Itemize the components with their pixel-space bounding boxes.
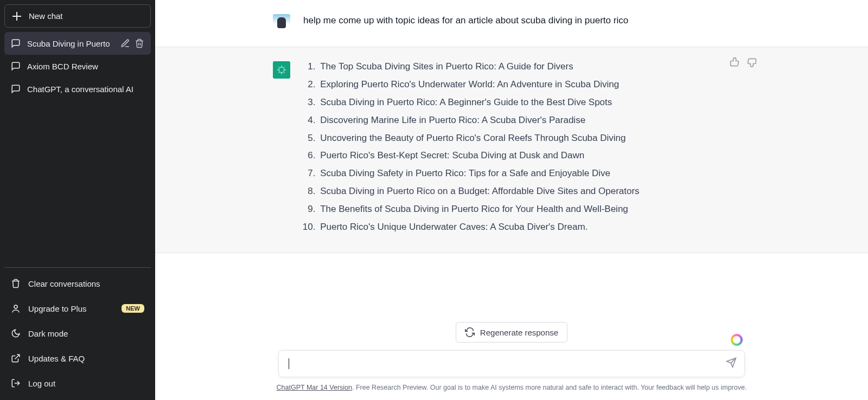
prompt-input[interactable] xyxy=(289,359,717,369)
assistant-list: The Top Scuba Diving Sites in Puerto Ric… xyxy=(303,59,750,235)
assistant-avatar xyxy=(273,61,290,79)
send-icon[interactable] xyxy=(726,357,737,370)
divider xyxy=(4,267,151,268)
moon-icon xyxy=(11,328,21,338)
message-user: help me come up with topic ideas for an … xyxy=(155,0,868,47)
footer-note: ChatGPT Mar 14 Version. Free Research Pr… xyxy=(155,384,868,391)
prompt-box[interactable] xyxy=(278,350,745,377)
feedback-actions xyxy=(730,57,757,70)
assistant-list-item: Scuba Diving in Puerto Rico on a Budget:… xyxy=(318,184,750,199)
message-assistant: The Top Scuba Diving Sites in Puerto Ric… xyxy=(155,47,868,253)
footer-version-link[interactable]: ChatGPT Mar 14 Version xyxy=(277,384,352,391)
logout-button[interactable]: Log out xyxy=(4,371,151,396)
chat-icon xyxy=(11,38,21,48)
trash-icon xyxy=(11,279,21,288)
svg-point-1 xyxy=(279,67,284,73)
new-chat-button[interactable]: New chat xyxy=(4,4,151,28)
dark-mode-label: Dark mode xyxy=(28,329,68,338)
assistant-list-item: The Benefits of Scuba Diving in Puerto R… xyxy=(318,202,750,217)
user-avatar xyxy=(273,14,290,31)
footer-text: . Free Research Preview. Our goal is to … xyxy=(352,384,746,391)
chat-list: Scuba Diving in Puerto Axiom BCD Review … xyxy=(4,32,151,264)
dark-mode-button[interactable]: Dark mode xyxy=(4,321,151,346)
sidebar-chat-item[interactable]: ChatGPT, a conversational AI xyxy=(4,78,151,100)
main: help me come up with topic ideas for an … xyxy=(155,0,868,400)
trash-icon[interactable] xyxy=(135,38,144,48)
refresh-icon xyxy=(465,327,475,337)
assistant-orb-icon[interactable] xyxy=(731,334,743,346)
user-message-text: help me come up with topic ideas for an … xyxy=(303,13,750,31)
thumbs-down-icon[interactable] xyxy=(746,57,757,70)
regenerate-label: Regenerate response xyxy=(480,328,558,337)
user-icon xyxy=(11,304,21,313)
upgrade-label: Upgrade to Plus xyxy=(28,304,87,313)
chat-icon xyxy=(11,61,21,71)
sidebar-chat-item[interactable]: Axiom BCD Review xyxy=(4,55,151,78)
chat-title: Scuba Diving in Puerto xyxy=(27,39,114,48)
svg-point-0 xyxy=(14,305,17,308)
chat-title: ChatGPT, a conversational AI xyxy=(27,85,144,94)
assistant-list-item: The Top Scuba Diving Sites in Puerto Ric… xyxy=(318,59,750,75)
bottom-bar: Regenerate response ChatGPT Mar 14 Versi… xyxy=(155,315,868,400)
upgrade-button[interactable]: Upgrade to Plus NEW xyxy=(4,296,151,321)
assistant-list-item: Scuba Diving in Puerto Rico: A Beginner'… xyxy=(318,95,750,111)
plus-icon xyxy=(12,12,21,21)
assistant-list-item: Uncovering the Beauty of Puerto Rico's C… xyxy=(318,131,750,146)
new-chat-label: New chat xyxy=(29,11,63,21)
logout-label: Log out xyxy=(28,379,55,388)
edit-icon[interactable] xyxy=(120,38,130,48)
sidebar-footer: Clear conversations Upgrade to Plus NEW … xyxy=(4,271,151,396)
external-link-icon xyxy=(11,353,21,363)
clear-label: Clear conversations xyxy=(28,279,100,288)
clear-conversations-button[interactable]: Clear conversations xyxy=(4,271,151,296)
assistant-list-item: Exploring Puerto Rico's Underwater World… xyxy=(318,77,750,93)
regenerate-button[interactable]: Regenerate response xyxy=(456,322,567,343)
sidebar: New chat Scuba Diving in Puerto Axiom BC… xyxy=(0,0,155,400)
new-badge: NEW xyxy=(122,304,144,313)
chat-title: Axiom BCD Review xyxy=(27,62,144,71)
assistant-list-item: Puerto Rico's Best-Kept Secret: Scuba Di… xyxy=(318,148,750,164)
assistant-list-item: Scuba Diving Safety in Puerto Rico: Tips… xyxy=(318,166,750,182)
updates-button[interactable]: Updates & FAQ xyxy=(4,346,151,371)
assistant-list-item: Puerto Rico's Unique Underwater Caves: A… xyxy=(318,220,750,235)
assistant-message-body: The Top Scuba Diving Sites in Puerto Ric… xyxy=(303,60,750,237)
conversation: help me come up with topic ideas for an … xyxy=(155,0,868,315)
updates-label: Updates & FAQ xyxy=(28,354,85,363)
chat-icon xyxy=(11,84,21,94)
sidebar-chat-item[interactable]: Scuba Diving in Puerto xyxy=(4,32,151,55)
thumbs-up-icon[interactable] xyxy=(730,57,741,70)
logout-icon xyxy=(11,378,21,388)
assistant-list-item: Discovering Marine Life in Puerto Rico: … xyxy=(318,113,750,128)
